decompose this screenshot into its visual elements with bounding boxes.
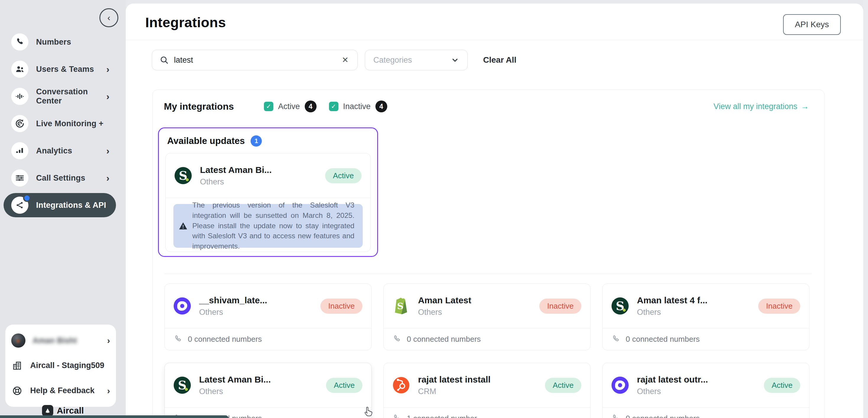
salesloft-logo-icon: S xyxy=(175,167,192,184)
status-filters: ✓ Active 4 ✓ Inactive 4 xyxy=(264,100,395,112)
integration-name: rajat latest install xyxy=(418,375,491,385)
salesloft-logo-icon: S xyxy=(174,377,191,394)
integration-card-latest-aman-bi[interactable]: S Latest Aman Bi... Others Active 4 conn… xyxy=(164,363,372,418)
outreach-purple-logo-icon xyxy=(174,297,191,315)
status-badge: Active xyxy=(325,168,362,183)
sidebar-item-label: Live Monitoring + xyxy=(36,119,103,128)
inactive-count-badge: 4 xyxy=(375,100,387,112)
integration-name: rajat latest outr... xyxy=(637,375,708,385)
chevron-right-icon: › xyxy=(107,386,110,396)
help-feedback-label: Help & Feedback xyxy=(30,386,95,395)
sidebar-item-call-settings[interactable]: Call Settings › xyxy=(4,164,116,192)
integration-card-rajat-latest-outr[interactable]: rajat latest outr... Others Active 0 con… xyxy=(602,363,809,418)
available-updates-count-badge: 1 xyxy=(251,135,262,147)
arrow-right-icon: → xyxy=(801,102,809,111)
integration-card-rajat-latest-install[interactable]: rajat latest install CRM Active 1 connec… xyxy=(383,363,590,418)
search-input[interactable] xyxy=(174,56,335,65)
sidebar-item-users-teams[interactable]: Users & Teams › xyxy=(4,56,116,83)
sidebar-item-live-monitoring[interactable]: Live Monitoring + xyxy=(4,110,116,137)
sidebar-item-analytics[interactable]: Analytics › xyxy=(4,137,116,164)
sidebar-item-integrations-api[interactable]: Integrations & API xyxy=(4,193,116,217)
profile-row-help[interactable]: Help & Feedback › xyxy=(11,379,110,403)
waveform-icon xyxy=(11,88,28,105)
categories-dropdown[interactable]: Categories xyxy=(365,50,468,70)
view-all-label: View all my integrations xyxy=(714,102,797,111)
hubspot-logo-icon xyxy=(393,377,410,394)
avatar xyxy=(11,333,26,348)
integration-category: Others xyxy=(199,308,267,317)
integration-category: Others xyxy=(637,308,707,317)
status-badge: Active xyxy=(545,378,581,393)
sidebar-nav: Numbers Users & Teams › Conversation Cen… xyxy=(4,28,116,217)
integration-name: Latest Aman Bi... xyxy=(199,375,271,385)
integrations-grid: __shivam_late... Others Inactive 0 conne… xyxy=(164,284,809,418)
check-icon: ✓ xyxy=(266,103,271,110)
building-icon xyxy=(11,360,23,372)
integration-name: __shivam_late... xyxy=(199,295,267,306)
phone-outline-icon xyxy=(393,414,401,418)
phone-outline-icon xyxy=(393,335,401,344)
integration-name: Latest Aman Bi... xyxy=(200,165,272,175)
phone-outline-icon xyxy=(612,414,620,418)
sidebar-item-conversation-center[interactable]: Conversation Center › xyxy=(4,83,116,110)
profile-row-organization[interactable]: Aircall - Staging509 xyxy=(11,354,110,378)
available-updates-box: Available updates 1 S Latest Aman Bi... … xyxy=(158,127,378,257)
integration-category: Others xyxy=(418,308,471,317)
integration-card-aman-latest-4[interactable]: S Aman latest 4 f... Others Inactive 0 c… xyxy=(602,284,809,350)
sidebar-collapse-button[interactable]: ‹ xyxy=(99,8,118,27)
inactive-filter-label: Inactive xyxy=(343,102,371,111)
mouse-cursor-hand xyxy=(362,406,374,417)
aircall-brand-icon xyxy=(42,405,53,416)
chevron-down-icon xyxy=(451,56,459,64)
clear-search-icon[interactable]: ✕ xyxy=(341,55,350,65)
view-all-link[interactable]: View all my integrations → xyxy=(714,102,809,111)
sidebar-item-label: Conversation Center xyxy=(36,87,98,105)
integration-card-shivam-late[interactable]: __shivam_late... Others Inactive 0 conne… xyxy=(164,284,372,350)
sidebar-item-label: Analytics xyxy=(36,146,72,156)
available-updates-title: Available updates xyxy=(167,136,245,146)
connected-numbers: 0 connected numbers xyxy=(626,414,700,418)
integration-name: Aman Latest xyxy=(418,295,471,306)
connected-numbers: 0 connected numbers xyxy=(407,335,481,344)
connected-numbers: 0 connected numbers xyxy=(188,335,262,344)
active-filter-label: Active xyxy=(278,102,300,111)
clear-all-button[interactable]: Clear All xyxy=(483,55,517,65)
phone-icon xyxy=(11,33,28,51)
sidebar-item-label: Numbers xyxy=(36,37,71,47)
status-badge: Inactive xyxy=(539,298,581,314)
status-badge: Active xyxy=(326,378,363,393)
chevron-right-icon: › xyxy=(106,146,110,156)
chevron-left-icon: ‹ xyxy=(107,13,110,23)
my-integrations-section: My integrations ✓ Active 4 ✓ Inactive 4 … xyxy=(152,90,825,418)
integration-name: Aman latest 4 f... xyxy=(637,295,707,306)
status-badge: Active xyxy=(764,378,800,393)
search-box: ✕ xyxy=(152,50,358,70)
active-filter-checkbox[interactable]: ✓ xyxy=(264,102,273,111)
chevron-right-icon: › xyxy=(106,92,110,101)
header-divider xyxy=(126,40,863,40)
warning-icon xyxy=(179,221,188,230)
section-head: My integrations ✓ Active 4 ✓ Inactive 4 … xyxy=(164,98,809,115)
update-card[interactable]: S Latest Aman Bi... Others Active The pr… xyxy=(165,153,371,252)
sidebar-item-numbers[interactable]: Numbers xyxy=(4,28,116,56)
bottom-toast-strip xyxy=(0,415,228,418)
integration-card-aman-latest[interactable]: S Aman Latest Others Inactive 0 connecte… xyxy=(383,284,590,350)
right-gutter xyxy=(863,0,868,418)
connected-numbers: 1 connected number xyxy=(407,414,477,418)
phone-outline-icon xyxy=(612,335,620,344)
available-updates-head: Available updates 1 xyxy=(165,135,371,147)
sidebar: ‹ Numbers Users & Teams › Conversation C… xyxy=(0,0,126,418)
section-title: My integrations xyxy=(164,101,234,112)
integration-category: Others xyxy=(200,178,272,187)
integration-category: CRM xyxy=(418,387,491,396)
page-title: Integrations xyxy=(145,14,226,30)
shopify-logo-icon: S xyxy=(393,297,410,315)
notification-dot xyxy=(23,194,31,202)
profile-row-user[interactable]: Aman Bisht › xyxy=(11,329,110,352)
inactive-filter-checkbox[interactable]: ✓ xyxy=(329,102,338,111)
chevron-right-icon: › xyxy=(106,64,110,74)
sidebar-item-label: Users & Teams xyxy=(36,65,94,74)
brand-name: Aircall xyxy=(57,406,84,416)
api-keys-button[interactable]: API Keys xyxy=(783,14,841,35)
connected-numbers: 0 connected numbers xyxy=(626,335,700,344)
